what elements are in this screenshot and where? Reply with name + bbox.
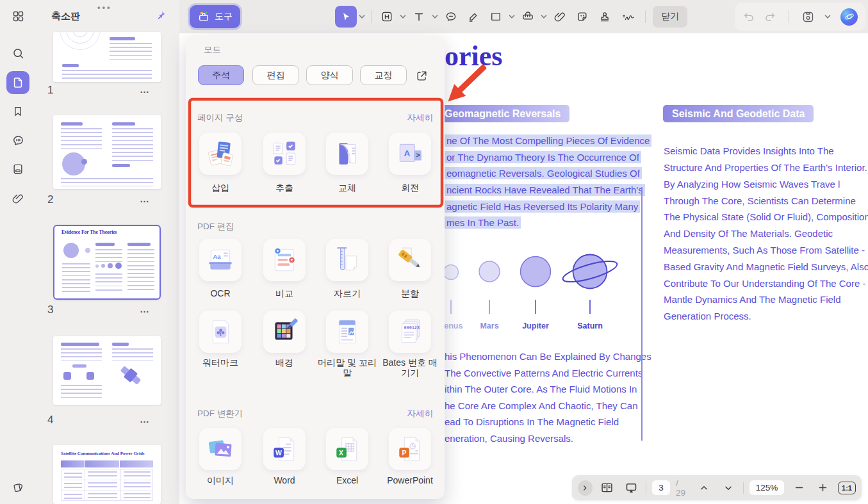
thumbnail-page-5[interactable]: Satellite Communications And Power Grids xyxy=(53,445,161,504)
tab-annotate[interactable]: 주석 xyxy=(198,65,244,85)
tool-split[interactable] xyxy=(389,239,431,281)
presentation-mode-button[interactable] xyxy=(622,478,640,498)
tool-bates-numbering[interactable]: 000123 xyxy=(389,311,431,353)
signature-tool-button[interactable] xyxy=(616,6,641,28)
doc-text-line: The Physical State (Solid Or Fluid), Com… xyxy=(664,211,868,223)
svg-text:A: A xyxy=(404,149,411,158)
stamp-tool-button[interactable] xyxy=(594,6,616,28)
tool-replace-pages[interactable] xyxy=(326,133,368,175)
tool-ocr[interactable]: Aa xyxy=(199,239,242,281)
doc-text-line: mes In The Past. xyxy=(445,216,521,229)
sketch-table-header xyxy=(61,460,153,467)
select-tool-dropdown[interactable] xyxy=(357,12,366,21)
pen-tool-button[interactable] xyxy=(463,6,484,28)
thumbnail-menu-button[interactable]: … xyxy=(140,193,151,204)
highlight-tool-button[interactable] xyxy=(376,6,398,28)
tab-form[interactable]: 양식 xyxy=(306,65,353,85)
zoom-in-button[interactable] xyxy=(814,478,832,498)
sketch xyxy=(86,372,94,380)
tool-insert-pages[interactable] xyxy=(199,133,242,175)
sticker-tool-button[interactable] xyxy=(571,6,593,28)
doc-text-line: Seismic Data Provides Insights Into The xyxy=(664,145,834,157)
bookmark-icon[interactable] xyxy=(6,100,29,123)
panel-drag-handle[interactable]: ••• xyxy=(97,3,112,12)
tools-menu-button[interactable]: 도구 xyxy=(190,5,240,28)
section-header-seismic: Seismic And Geodetic Data xyxy=(663,105,814,122)
highlight-tool-dropdown[interactable] xyxy=(398,12,407,21)
thumbnail-page-3[interactable]: Evidence For The Theories xyxy=(53,225,161,300)
redo-button[interactable] xyxy=(764,10,776,23)
page-org-more-link[interactable]: 자세히 xyxy=(407,112,434,124)
doc-text-line: ne Of The Most Compelling Pieces Of Evid… xyxy=(445,134,651,147)
background-icon xyxy=(270,317,299,346)
tool-background[interactable] xyxy=(263,311,306,353)
doc-text-line: ead To Disruptions In The Magnetic Field xyxy=(445,416,619,428)
thumbnail-menu-button[interactable]: … xyxy=(140,414,151,425)
svg-text:X: X xyxy=(339,450,343,457)
divider xyxy=(646,482,646,494)
thumbnail-menu-button[interactable]: … xyxy=(140,84,151,95)
thumbnail-page-title: Evidence For The Theories xyxy=(61,229,117,235)
tool-convert-excel[interactable]: X xyxy=(326,428,368,470)
tool-extract-pages[interactable] xyxy=(263,133,306,175)
thumbnail-page-2[interactable] xyxy=(53,115,161,189)
page-file-icon[interactable] xyxy=(6,158,29,181)
collapse-bar-button[interactable] xyxy=(578,480,593,496)
sketch xyxy=(81,159,87,165)
apps-grid-icon[interactable] xyxy=(6,4,29,28)
pdf-converter-more-link[interactable]: 자세히 xyxy=(407,408,434,419)
tool-convert-word[interactable]: W xyxy=(263,428,306,470)
undo-button[interactable] xyxy=(742,10,755,23)
actual-size-button[interactable]: 1:1 xyxy=(838,482,856,494)
sketch xyxy=(62,152,85,175)
comments-icon[interactable] xyxy=(6,129,29,152)
shape-tool-button[interactable] xyxy=(485,6,507,28)
status-bar: 3 / 29 125% 1:1 xyxy=(572,475,862,500)
select-tool-button[interactable] xyxy=(335,6,357,28)
next-page-button[interactable] xyxy=(719,478,737,498)
planet-venus xyxy=(444,265,459,280)
save-button[interactable] xyxy=(801,10,815,24)
tab-edit[interactable]: 편집 xyxy=(252,65,299,85)
thumbnail-page-number: 3 xyxy=(47,304,53,316)
comment-tool-button[interactable] xyxy=(440,6,462,28)
tool-rotate-pages[interactable]: A > xyxy=(389,133,431,175)
zoom-out-button[interactable] xyxy=(790,478,808,498)
tool-compare[interactable] xyxy=(263,239,306,281)
tab-redact[interactable]: 교정 xyxy=(360,65,407,85)
ai-assistant-button[interactable] xyxy=(840,8,858,26)
thumbnail-page-4[interactable] xyxy=(53,336,161,405)
text-tool-dropdown[interactable] xyxy=(430,12,439,21)
thumbnail-page-1[interactable] xyxy=(53,32,161,82)
measure-tool-button[interactable] xyxy=(517,6,539,28)
sketch xyxy=(95,264,99,268)
page-number-input[interactable]: 3 xyxy=(652,480,670,495)
previous-page-button[interactable] xyxy=(695,478,713,498)
open-in-window-button[interactable] xyxy=(413,67,430,84)
svg-text:W: W xyxy=(275,450,282,457)
thumbnails-panel-icon[interactable] xyxy=(6,71,29,94)
tool-crop[interactable] xyxy=(326,239,368,281)
split-icon xyxy=(395,245,425,275)
close-toolbar-button[interactable]: 닫기 xyxy=(653,6,687,28)
search-icon[interactable] xyxy=(6,42,29,65)
tool-watermark[interactable] xyxy=(199,311,242,353)
pin-panel-button[interactable] xyxy=(150,5,170,26)
tool-label: 회전 xyxy=(379,183,441,193)
tool-label: 추출 xyxy=(253,183,316,193)
text-tool-button[interactable] xyxy=(408,6,430,28)
attachments-icon[interactable] xyxy=(6,187,29,210)
two-page-view-button[interactable] xyxy=(598,478,616,498)
save-dropdown[interactable] xyxy=(823,12,832,21)
sketch xyxy=(60,32,101,50)
comment-bubble-icon xyxy=(445,10,457,23)
theme-icon[interactable] xyxy=(6,475,29,498)
measure-tool-dropdown[interactable] xyxy=(539,12,548,21)
tool-header-footer[interactable] xyxy=(326,311,368,353)
attachment-tool-button[interactable] xyxy=(549,6,571,28)
shape-tool-dropdown[interactable] xyxy=(507,12,516,21)
tool-convert-powerpoint[interactable]: P xyxy=(389,428,431,470)
thumbnail-menu-button[interactable]: … xyxy=(140,304,151,314)
tool-convert-image[interactable] xyxy=(199,428,242,470)
zoom-level[interactable]: 125% xyxy=(749,480,785,495)
